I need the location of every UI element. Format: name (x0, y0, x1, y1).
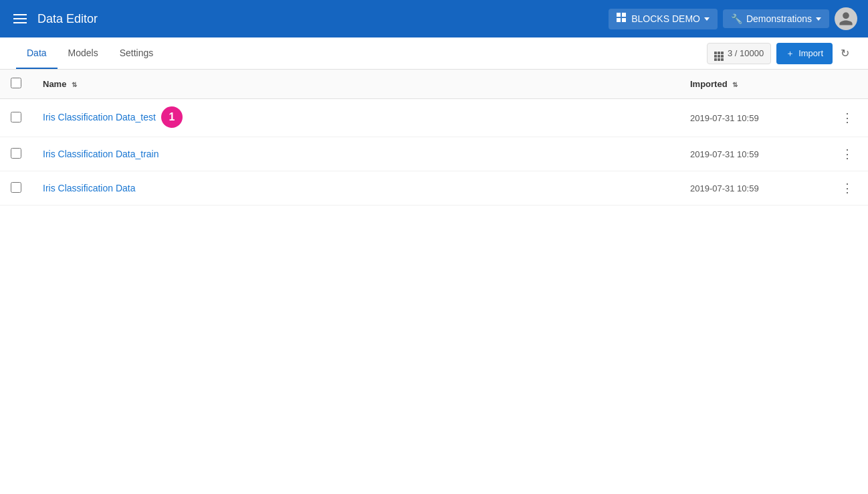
record-count: 3 / 10000 (707, 43, 771, 64)
app-header: Data Editor BLOCKS DEMO 🔧 Demonstrations (0, 0, 868, 37)
tab-models[interactable]: Models (58, 38, 109, 69)
user-avatar[interactable] (835, 7, 857, 30)
header-left: Data Editor (11, 11, 609, 26)
row-actions-cell: ⋮ (827, 137, 868, 171)
svg-rect-0 (617, 13, 621, 17)
data-table: Name ⇅ Imported ⇅ Iris Classification Da… (0, 70, 868, 205)
row-name-cell: Iris Classification Data (32, 171, 679, 205)
row-imported-cell: 2019-07-31 10:59 (679, 137, 827, 171)
select-all-checkbox[interactable] (11, 78, 21, 88)
row-name-link-2[interactable]: Iris Classification Data (43, 183, 136, 193)
header-imported[interactable]: Imported ⇅ (679, 70, 827, 99)
name-sort-icon: ⇅ (72, 81, 77, 88)
import-plus-icon: ＋ (786, 48, 794, 60)
tabs-list: Data Models Settings (16, 38, 707, 68)
row-checkbox-1[interactable] (11, 148, 21, 159)
tabs-bar: Data Models Settings 3 / 10000 ＋ Import … (0, 37, 868, 70)
header-actions (827, 70, 868, 99)
blocks-demo-chevron-icon (704, 17, 710, 21)
row-more-button-1[interactable]: ⋮ (837, 145, 857, 163)
blocks-demo-label: BLOCKS DEMO (631, 13, 700, 24)
table-row: Iris Classification Data_test12019-07-31… (0, 99, 868, 137)
tab-settings[interactable]: Settings (109, 38, 165, 69)
table-row: Iris Classification Data2019-07-31 10:59… (0, 171, 868, 205)
svg-rect-2 (617, 18, 621, 22)
hamburger-icon[interactable] (11, 11, 29, 26)
row-checkbox-0[interactable] (11, 112, 21, 122)
row-name-link-0[interactable]: Iris Classification Data_test (43, 112, 156, 122)
annotation-badge: 1 (161, 106, 183, 128)
row-checkbox-cell (0, 171, 32, 205)
row-name-cell: Iris Classification Data_test1 (32, 99, 679, 137)
table-header-row: Name ⇅ Imported ⇅ (0, 70, 868, 99)
tab-data[interactable]: Data (16, 38, 58, 69)
app-title: Data Editor (37, 12, 98, 26)
wrench-icon: 🔧 (731, 13, 742, 24)
header-name[interactable]: Name ⇅ (32, 70, 679, 99)
row-checkbox-cell (0, 99, 32, 137)
row-checkbox-cell (0, 137, 32, 171)
demonstrations-button[interactable]: 🔧 Demonstrations (723, 9, 829, 28)
row-checkbox-2[interactable] (11, 182, 21, 193)
row-name-link-1[interactable]: Iris Classification Data_train (43, 149, 159, 159)
refresh-button[interactable]: ↻ (838, 44, 852, 62)
tabs-right: 3 / 10000 ＋ Import ↻ (707, 43, 852, 64)
table-row: Iris Classification Data_train2019-07-31… (0, 137, 868, 171)
row-more-button-0[interactable]: ⋮ (837, 109, 857, 127)
row-imported-cell: 2019-07-31 10:59 (679, 99, 827, 137)
record-count-value: 3 / 10000 (728, 48, 764, 58)
data-table-container: Name ⇅ Imported ⇅ Iris Classification Da… (0, 70, 868, 205)
row-imported-cell: 2019-07-31 10:59 (679, 171, 827, 205)
demonstrations-chevron-icon (816, 17, 821, 21)
header-checkbox-cell (0, 70, 32, 99)
row-more-button-2[interactable]: ⋮ (837, 179, 857, 197)
row-name-cell: Iris Classification Data_train (32, 137, 679, 171)
row-actions-cell: ⋮ (827, 171, 868, 205)
import-button[interactable]: ＋ Import (776, 43, 833, 64)
row-actions-cell: ⋮ (827, 99, 868, 137)
blocks-demo-button[interactable]: BLOCKS DEMO (609, 9, 718, 29)
svg-rect-3 (622, 18, 626, 22)
blocks-demo-icon (617, 13, 627, 25)
refresh-icon: ↻ (841, 48, 849, 59)
demonstrations-label: Demonstrations (746, 13, 812, 24)
imported-sort-icon: ⇅ (732, 81, 738, 88)
grid-icon (714, 46, 724, 61)
svg-rect-1 (622, 13, 626, 17)
avatar-icon (838, 11, 854, 27)
header-right: BLOCKS DEMO 🔧 Demonstrations (609, 7, 857, 30)
